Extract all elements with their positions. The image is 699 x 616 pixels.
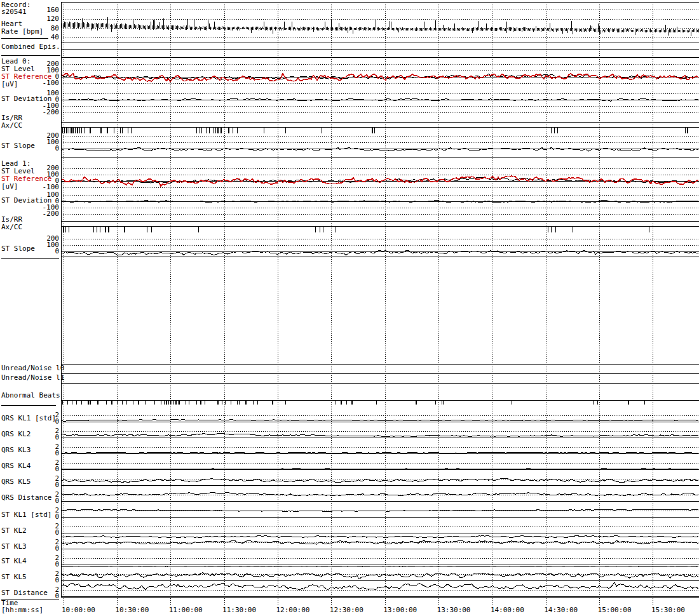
time-label-11-00-00: 11:00:00 [169,606,203,613]
holter-trend-viewer: Record: s20541 HeartRate [bpm]Combined E… [0,0,699,616]
time-label-10-00-00: 10:00:00 [62,606,95,613]
time-label-13-00-00: 13:00:00 [383,606,417,613]
time-label-15-00-00: 15:00:00 [598,606,632,613]
time-label-15-30-00: 15:30:00 [651,606,685,613]
plot-area[interactable] [0,0,699,616]
time-label-12-00-00: 12:00:00 [276,606,309,613]
time-label-14-00-00: 14:00:00 [491,606,524,613]
time-label-14-30-00: 14:30:00 [544,606,578,613]
time-label-12-30-00: 12:30:00 [330,606,363,613]
time-label-10-30-00: 10:30:00 [115,606,149,613]
time-label-11-30-00: 11:30:00 [222,606,256,613]
time-label-13-30-00: 13:30:00 [437,606,471,613]
